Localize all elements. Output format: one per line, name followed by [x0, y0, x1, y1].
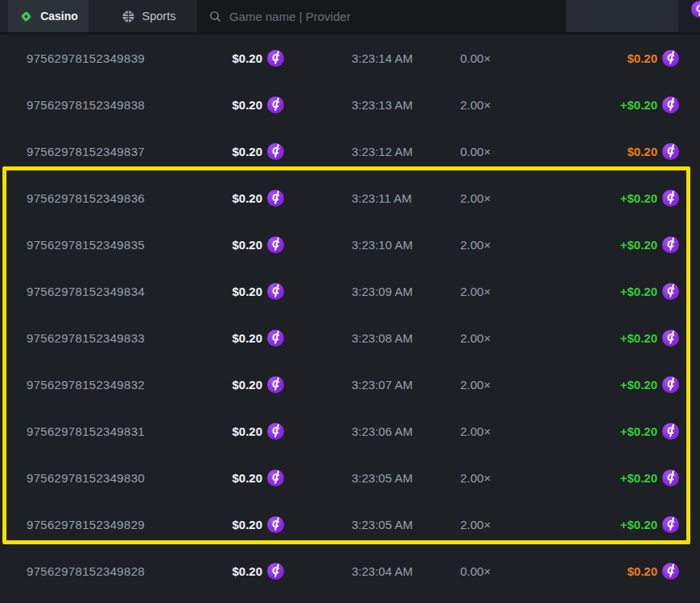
table-row[interactable]: 97562978152349835$0.20C3:23:10 AM2.00×+$…: [0, 221, 700, 268]
bet-id: 97562978152349836: [0, 191, 201, 205]
bet-payout: +$0.20: [620, 191, 657, 205]
coin-icon: C: [662, 563, 679, 580]
bet-amount: $0.20: [232, 331, 262, 345]
balance-coin-icon: C: [691, 1, 700, 18]
bet-multiplier: 2.00×: [445, 285, 566, 298]
bet-payout-cell: +$0.20C: [566, 236, 700, 253]
bet-id: 97562978152349839: [0, 51, 201, 65]
bet-time: 3:23:08 AM: [284, 331, 445, 345]
bet-amount: $0.20: [232, 285, 262, 298]
bet-payout-cell: +$0.20C: [566, 423, 700, 440]
coin-icon: C: [267, 330, 284, 347]
bet-payout-cell: +$0.20C: [566, 330, 700, 347]
table-row[interactable]: 97562978152349828$0.20C3:23:04 AM0.00×$0…: [0, 548, 700, 594]
bet-amount: $0.20: [232, 98, 262, 112]
bet-multiplier: 2.00×: [445, 378, 566, 392]
bet-payout-cell: $0.20C: [566, 563, 700, 580]
bets-table: 97562978152349839$0.20C3:23:14 AM0.00×$0…: [0, 35, 700, 594]
bet-amount: $0.20: [232, 51, 262, 65]
search-input[interactable]: [229, 10, 566, 23]
bet-payout: $0.20: [627, 145, 657, 158]
coin-icon: C: [267, 190, 284, 207]
bet-payout: +$0.20: [620, 425, 657, 438]
bet-payout-cell: $0.20C: [566, 143, 700, 160]
bet-time: 3:23:11 AM: [284, 191, 445, 205]
bet-payout: +$0.20: [620, 378, 657, 392]
nav-right-panel: [566, 0, 678, 32]
bet-payout-cell: +$0.20C: [566, 516, 700, 533]
bet-multiplier: 2.00×: [445, 238, 566, 252]
coin-icon: C: [662, 143, 679, 160]
bet-amount-cell: $0.20C: [201, 190, 284, 207]
table-row[interactable]: 97562978152349839$0.20C3:23:14 AM0.00×$0…: [0, 35, 700, 81]
casino-cards-icon: [19, 9, 34, 24]
bet-id: 97562978152349837: [0, 145, 201, 158]
coin-icon: C: [662, 423, 679, 440]
table-row[interactable]: 97562978152349829$0.20C3:23:05 AM2.00×+$…: [0, 501, 700, 548]
top-navbar: Casino Sports C: [0, 0, 700, 32]
bet-amount: $0.20: [232, 425, 262, 438]
coin-icon: C: [267, 563, 284, 580]
bet-amount-cell: $0.20C: [201, 563, 284, 580]
bet-time: 3:23:05 AM: [284, 471, 445, 485]
bet-amount: $0.20: [232, 238, 262, 252]
bet-id: 97562978152349832: [0, 378, 201, 392]
table-row[interactable]: 97562978152349836$0.20C3:23:11 AM2.00×+$…: [0, 174, 700, 221]
bet-id: 97562978152349835: [0, 238, 201, 252]
coin-icon: C: [267, 143, 284, 160]
table-row[interactable]: 97562978152349830$0.20C3:23:05 AM2.00×+$…: [0, 454, 700, 501]
coin-icon: C: [267, 376, 284, 393]
bet-multiplier: 0.00×: [445, 564, 566, 578]
bet-amount-cell: $0.20C: [201, 423, 284, 440]
coin-icon: C: [267, 236, 284, 253]
table-row[interactable]: 97562978152349834$0.20C3:23:09 AM2.00×+$…: [0, 268, 700, 314]
bet-amount-cell: $0.20C: [201, 470, 284, 486]
coin-icon: C: [267, 470, 284, 486]
bet-amount-cell: $0.20C: [201, 143, 284, 160]
bet-payout-cell: +$0.20C: [566, 283, 700, 300]
bet-payout: +$0.20: [620, 238, 657, 252]
tab-casino[interactable]: Casino: [8, 0, 89, 32]
table-row[interactable]: 97562978152349837$0.20C3:23:12 AM0.00×$0…: [0, 128, 700, 174]
bet-time: 3:23:07 AM: [284, 378, 445, 392]
coin-icon: C: [662, 330, 679, 347]
coin-icon: C: [267, 423, 284, 440]
game-search: [197, 0, 566, 32]
tab-sports-label: Sports: [142, 10, 176, 23]
bet-multiplier: 2.00×: [445, 518, 566, 531]
bet-amount: $0.20: [232, 191, 262, 205]
tab-sports[interactable]: Sports: [106, 0, 191, 32]
table-row[interactable]: 97562978152349831$0.20C3:23:06 AM2.00×+$…: [0, 408, 700, 454]
bet-amount: $0.20: [232, 564, 262, 578]
bet-id: 97562978152349834: [0, 285, 201, 298]
bet-time: 3:23:12 AM: [284, 145, 445, 158]
bet-time: 3:23:04 AM: [284, 564, 445, 578]
bet-payout-cell: +$0.20C: [566, 96, 700, 113]
bet-amount: $0.20: [232, 471, 262, 485]
bet-multiplier: 2.00×: [445, 425, 566, 438]
bet-amount-cell: $0.20C: [201, 330, 284, 347]
bet-multiplier: 2.00×: [445, 98, 566, 112]
table-row[interactable]: 97562978152349833$0.20C3:23:08 AM2.00×+$…: [0, 314, 700, 361]
search-icon: [208, 10, 222, 23]
bet-amount-cell: $0.20C: [201, 96, 284, 113]
coin-icon: C: [267, 516, 284, 533]
bet-multiplier: 0.00×: [445, 145, 566, 158]
bet-time: 3:23:06 AM: [284, 425, 445, 438]
bet-time: 3:23:13 AM: [284, 98, 445, 112]
bet-payout: +$0.20: [620, 331, 657, 345]
coin-icon: C: [662, 283, 679, 300]
bet-id: 97562978152349833: [0, 331, 201, 345]
tab-casino-label: Casino: [40, 10, 78, 23]
bet-amount: $0.20: [232, 378, 262, 392]
bet-multiplier: 0.00×: [445, 51, 566, 65]
bet-payout: +$0.20: [620, 285, 657, 298]
coin-icon: C: [662, 470, 679, 486]
bet-amount-cell: $0.20C: [201, 516, 284, 533]
table-row[interactable]: 97562978152349832$0.20C3:23:07 AM2.00×+$…: [0, 361, 700, 408]
nav-corner: C: [678, 0, 700, 32]
bet-multiplier: 2.00×: [445, 331, 566, 345]
table-row[interactable]: 97562978152349838$0.20C3:23:13 AM2.00×+$…: [0, 81, 700, 128]
bet-payout: +$0.20: [620, 471, 657, 485]
bet-payout: +$0.20: [620, 518, 657, 531]
